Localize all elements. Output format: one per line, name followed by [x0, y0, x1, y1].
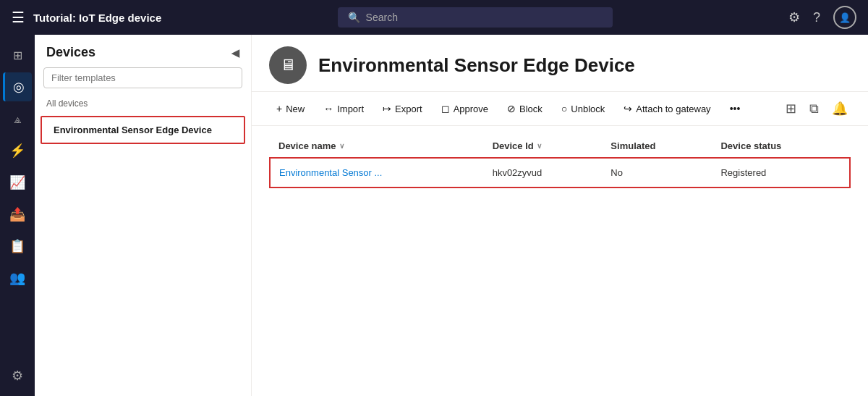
all-devices-label: All devices: [35, 96, 251, 113]
export-button[interactable]: ↦ Export: [375, 98, 430, 119]
block-button[interactable]: ⊘ Block: [500, 98, 550, 119]
nav-settings-bottom[interactable]: ⚙: [3, 361, 32, 390]
main-layout: ⊞ ◎ ⟁ ⚡ 📈 📤 📋 👥 ⚙ Devices ◀ All devices …: [0, 35, 868, 396]
app-title: Tutorial: IoT Edge device: [33, 12, 161, 24]
nav-rules[interactable]: ⚡: [3, 136, 32, 165]
col-device-name: Device name ∨: [270, 135, 484, 158]
col-simulated: Simulated: [602, 135, 712, 158]
cell-device-status: Registered: [712, 158, 850, 188]
left-panel: Devices ◀ All devices Environmental Sens…: [35, 35, 252, 396]
search-input[interactable]: [366, 12, 603, 23]
nav-devices[interactable]: ◎: [3, 72, 32, 101]
unblock-icon: ○: [561, 103, 567, 114]
new-icon: +: [276, 103, 282, 114]
more-icon: •••: [730, 103, 741, 114]
page-icon: 🖥: [269, 46, 307, 84]
nav-chart[interactable]: 📈: [3, 168, 32, 197]
sort-icon-name[interactable]: ∨: [339, 142, 344, 150]
table-row: Environmental Sensor ... hkv02zyvud No R…: [270, 158, 850, 188]
top-nav-actions: ⚙ ? 👤: [788, 6, 856, 29]
filter-area: [35, 67, 251, 96]
search-box: 🔍: [338, 7, 613, 28]
device-template-item[interactable]: Environmental Sensor Edge Device: [41, 116, 245, 144]
cell-device-id: hkv02zyvud: [484, 158, 603, 188]
columns-icon[interactable]: ⊞: [783, 98, 799, 119]
notifications-icon[interactable]: 🔔: [829, 98, 851, 119]
approve-icon: ◻: [441, 103, 450, 114]
left-panel-header: Devices ◀: [35, 35, 251, 67]
table-header-row: Device name ∨ Device Id ∨ Simulated: [270, 135, 850, 158]
nav-users[interactable]: 👥: [3, 264, 32, 292]
filter-input[interactable]: [43, 67, 242, 88]
import-icon: ↔: [323, 103, 333, 114]
page-title: Environmental Sensor Edge Device: [318, 54, 635, 77]
settings-icon[interactable]: ⚙: [788, 9, 800, 25]
nav-jobs[interactable]: 📋: [3, 232, 32, 261]
filter-icon[interactable]: ⧉: [807, 98, 822, 119]
help-icon[interactable]: ?: [813, 10, 820, 25]
collapse-icon[interactable]: ◀: [231, 47, 239, 59]
more-button[interactable]: •••: [723, 98, 748, 119]
attach-gateway-button[interactable]: ↪ Attach to gateway: [616, 98, 718, 119]
sort-icon-id[interactable]: ∨: [537, 142, 542, 150]
search-icon: 🔍: [348, 12, 360, 23]
unblock-button[interactable]: ○ Unblock: [554, 98, 612, 119]
devices-title: Devices: [46, 45, 95, 60]
table-container: Device name ∨ Device Id ∨ Simulated: [252, 126, 868, 396]
devices-table: Device name ∨ Device Id ∨ Simulated: [269, 135, 851, 188]
nav-home[interactable]: ⊞: [3, 41, 32, 69]
col-device-status: Device status: [712, 135, 850, 158]
cell-simulated: No: [602, 158, 712, 188]
top-nav: ☰ Tutorial: IoT Edge device 🔍 ⚙ ? 👤: [0, 0, 868, 35]
nav-data-export[interactable]: 📤: [3, 200, 32, 229]
export-icon: ↦: [383, 103, 391, 114]
toolbar: + New ↔ Import ↦ Export ◻ Approve ⊘ Bloc…: [252, 92, 868, 126]
content-area: 🖥 Environmental Sensor Edge Device + New…: [252, 35, 868, 396]
approve-button[interactable]: ◻ Approve: [434, 98, 495, 119]
hamburger-icon[interactable]: ☰: [12, 9, 25, 26]
block-icon: ⊘: [507, 103, 516, 114]
avatar[interactable]: 👤: [833, 6, 856, 29]
col-device-id: Device Id ∨: [484, 135, 603, 158]
new-button[interactable]: + New: [269, 98, 312, 119]
device-name-link[interactable]: Environmental Sensor ...: [279, 167, 382, 178]
cell-device-name: Environmental Sensor ...: [270, 158, 484, 188]
import-button[interactable]: ↔ Import: [316, 98, 371, 119]
nav-analytics[interactable]: ⟁: [3, 104, 32, 133]
attach-icon: ↪: [624, 103, 632, 114]
page-header: 🖥 Environmental Sensor Edge Device: [252, 35, 868, 92]
toolbar-action-icons: ⊞ ⧉ 🔔: [783, 98, 851, 119]
sidebar-narrow: ⊞ ◎ ⟁ ⚡ 📈 📤 📋 👥 ⚙: [0, 35, 35, 396]
